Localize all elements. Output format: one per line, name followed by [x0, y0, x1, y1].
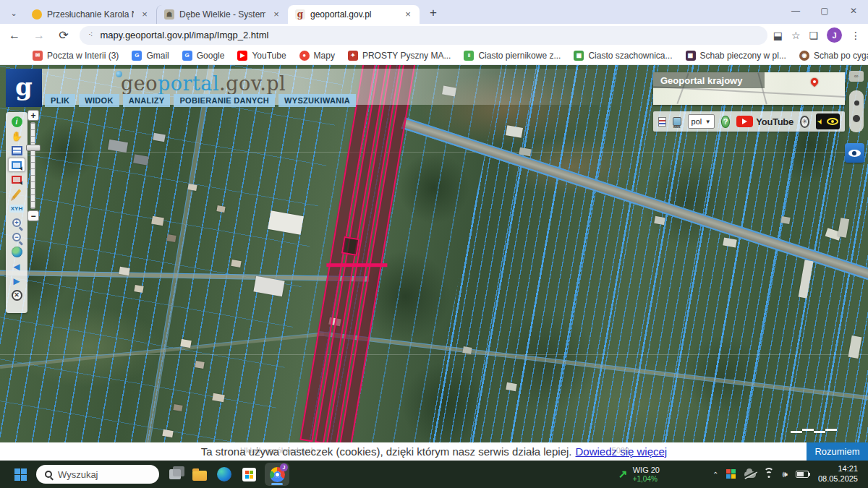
zoom-track[interactable]	[30, 122, 35, 209]
extensions-icon[interactable]: ❏	[809, 30, 818, 41]
youtube-link[interactable]: YouTube	[736, 116, 793, 127]
menu-pobieranie-danych[interactable]: POBIERANIE DANYCH	[174, 94, 275, 107]
accessibility-contrast-toggle[interactable]: ➤	[816, 114, 840, 129]
edge-side-pill[interactable]	[849, 90, 864, 132]
zoom-in-tool[interactable]: +	[8, 215, 25, 230]
tray-overflow-chevron[interactable]: ⌃	[712, 471, 718, 479]
browser-toolbar: ← → ⟳ ⁖ mapy.geoportal.gov.pl/imap/Imgp_…	[0, 24, 868, 46]
taskbar-clock[interactable]: 14:21 08.05.2025	[818, 464, 858, 484]
tab-close-icon[interactable]: ×	[402, 9, 414, 20]
wifi-icon[interactable]	[764, 471, 774, 478]
settings-wheel-icon[interactable]	[800, 116, 809, 128]
maximize-button[interactable]: ▢	[810, 0, 839, 22]
minimap-label: Geoportal krajowy	[653, 72, 765, 88]
parcel-notch	[341, 236, 360, 256]
tab-1[interactable]: Przesłuchanie Karola Nawrockie ×	[25, 5, 156, 24]
bookmark-item[interactable]: ▶YouTube	[237, 51, 286, 61]
cookie-accept-button[interactable]: Rozumiem	[807, 442, 868, 461]
bookmark-item[interactable]: ✉Poczta w Interii (3)	[33, 51, 119, 61]
menu-plik[interactable]: PLIK	[45, 94, 75, 107]
cancel-tool[interactable]: ✕	[8, 288, 25, 302]
parcel-road-crossing	[326, 263, 387, 267]
task-view-icon	[169, 469, 181, 479]
status-coordinates-text: Układ współrzędnych	[240, 446, 315, 455]
stock-up-arrow-icon: ↗	[618, 468, 628, 481]
previous-view-tool[interactable]: ◄	[8, 259, 25, 273]
bookmark-item[interactable]: ▦Ciasto szachownica...	[574, 51, 672, 61]
next-view-tool[interactable]: ►	[8, 273, 25, 288]
menu-analizy[interactable]: ANALIZY	[123, 94, 171, 107]
edge-browser-button[interactable]	[216, 466, 233, 483]
pan-tool[interactable]: ✋	[8, 129, 25, 143]
taskbar-search[interactable]: Wyszukaj	[36, 465, 159, 484]
taskbar-right: ↗ WIG 20+1,04% ⌃ 🕪 14:21 08.05.2025	[618, 464, 868, 484]
file-explorer-button[interactable]	[191, 466, 208, 483]
tab-3-active[interactable]: g geoportal.gov.pl ×	[288, 5, 420, 24]
zoom-in-button[interactable]: +	[27, 110, 39, 121]
coordinates-tool[interactable]: XYH	[8, 201, 25, 215]
microsoft-store-button[interactable]	[240, 466, 258, 483]
menu-widok[interactable]: WIDOK	[79, 94, 119, 107]
back-button[interactable]: ←	[4, 25, 25, 46]
minimize-button[interactable]: —	[781, 0, 810, 22]
map-canvas[interactable]: g geoportal.gov.pl PLIK WIDOK ANALIZY PO…	[0, 65, 868, 442]
start-button[interactable]	[12, 466, 29, 483]
install-icon[interactable]: ⬓	[773, 30, 783, 41]
chrome-button-active[interactable]: J	[265, 463, 289, 486]
select-rectangle-tool-active[interactable]	[8, 158, 25, 172]
bookmark-item[interactable]: ●Mapy	[299, 51, 335, 61]
windows-taskbar: Wyszukaj J ↗ WIG 20+1,04% ⌃ 🕪	[0, 461, 868, 488]
geoportal-logo[interactable]: g	[6, 69, 42, 107]
address-bar[interactable]: ⁖ mapy.geoportal.gov.pl/imap/Imgp_2.html	[80, 26, 767, 45]
volume-icon[interactable]: 🕪	[782, 469, 788, 479]
close-button[interactable]: ✕	[839, 0, 868, 22]
pencil-icon	[12, 189, 22, 199]
bookmark-item[interactable]: ‖Ciasto piernikowe z...	[464, 51, 561, 61]
legend-icon[interactable]	[658, 117, 666, 127]
reload-button[interactable]: ⟳	[54, 25, 74, 46]
visibility-button[interactable]	[845, 143, 864, 163]
map-scalebar	[791, 428, 841, 435]
tab-close-icon[interactable]: ×	[139, 9, 150, 20]
new-tab-button[interactable]: +	[424, 4, 443, 22]
full-extent-tool[interactable]	[8, 244, 25, 259]
draw-tool[interactable]	[8, 187, 25, 201]
zoom-handle[interactable]	[26, 145, 41, 151]
tab-close-icon[interactable]: ×	[271, 9, 282, 20]
wms-icon[interactable]	[673, 117, 681, 126]
overview-minimap[interactable]: Geoportal krajowy	[653, 72, 845, 105]
battery-icon[interactable]	[796, 471, 809, 478]
tab-search-chevron-icon[interactable]: ⌄	[4, 5, 23, 21]
bookmark-item[interactable]: ◉Schab po cygańsku...	[799, 51, 868, 61]
deselect-rectangle-tool[interactable]	[8, 172, 25, 187]
site-settings-icon[interactable]: ⁖	[88, 30, 93, 40]
task-view-button[interactable]	[166, 466, 184, 483]
info-tool[interactable]: i	[8, 114, 25, 129]
bookmark-star-icon[interactable]: ☆	[791, 30, 801, 41]
zoom-out-tool[interactable]: −	[8, 230, 25, 244]
zoom-out-button[interactable]: −	[27, 210, 39, 221]
geoportal-logo-letter: g	[15, 74, 33, 99]
attribute-table-tool[interactable]	[8, 143, 25, 158]
bookmark-item[interactable]: ▩Schab pieczony w pl...	[686, 51, 786, 61]
menu-dots-icon[interactable]: ⋮	[851, 30, 861, 41]
onedrive-paused-icon[interactable]	[744, 471, 756, 478]
tray-app-icon[interactable]	[726, 469, 736, 479]
bookmark-item[interactable]: ✦PROSTY Pyszny MA...	[348, 51, 451, 61]
stock-widget[interactable]: ↗ WIG 20+1,04%	[618, 466, 660, 483]
bookmark-label: Poczta w Interii (3)	[47, 51, 119, 61]
tab-2[interactable]: ☗ Dębe Wielkie - System Informac ×	[156, 5, 288, 24]
search-placeholder: Wyszukaj	[58, 469, 98, 480]
menu-wyszukiwania[interactable]: WYSZUKIWANIA	[278, 94, 356, 107]
edge-widget-icon[interactable]: ∞	[849, 71, 864, 82]
zoom-out-icon: −	[12, 233, 21, 241]
language-select[interactable]: pol▼	[688, 114, 715, 129]
bookmark-favicon: ✦	[348, 51, 358, 61]
url-text[interactable]: mapy.geoportal.gov.pl/imap/Imgp_2.html	[100, 30, 268, 40]
bookmark-label: Schab po cygańsku...	[814, 51, 868, 61]
bookmark-item[interactable]: GGmail	[132, 51, 169, 61]
forward-button[interactable]: →	[29, 25, 49, 46]
help-icon[interactable]: ?	[721, 116, 731, 128]
profile-avatar[interactable]: J	[827, 27, 842, 43]
bookmark-item[interactable]: GGoogle	[182, 51, 225, 61]
